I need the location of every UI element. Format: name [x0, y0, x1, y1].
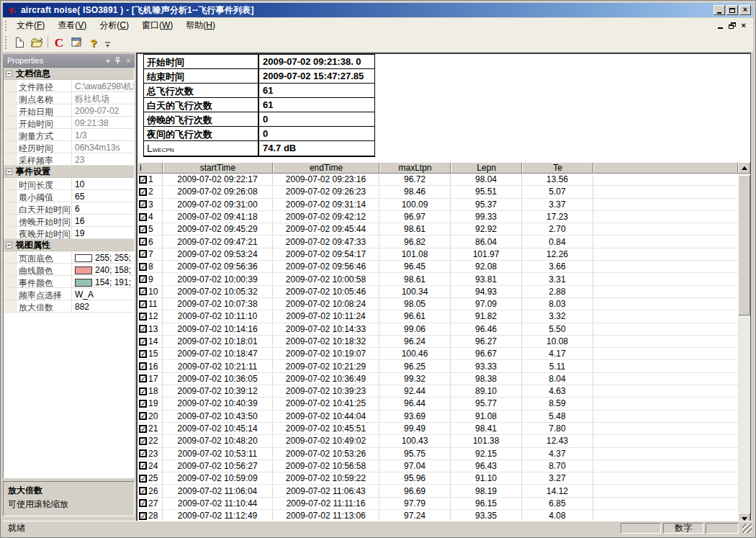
property-value[interactable]: 6	[72, 202, 134, 214]
property-value[interactable]: 65	[72, 190, 134, 202]
table-row[interactable]: ✓252009-07-02 10:59:092009-07-02 10:59:2…	[138, 472, 738, 485]
row-checkbox[interactable]: ✓	[139, 238, 147, 246]
row-checkbox[interactable]: ✓	[139, 475, 147, 483]
collapse-icon[interactable]: −	[6, 242, 12, 248]
scroll-up-button[interactable]	[738, 162, 750, 174]
property-value[interactable]: 154; 191; 185	[72, 276, 134, 287]
menu-item-f[interactable]: 文件(F)	[10, 18, 51, 33]
column-header-Lepn[interactable]: Lepn	[451, 162, 522, 174]
table-row[interactable]: ✓102009-07-02 10:05:322009-07-02 10:05:4…	[138, 286, 738, 298]
color-swatch[interactable]	[75, 279, 92, 287]
column-header-startTime[interactable]: startTime	[163, 162, 273, 174]
property-value[interactable]: 1/3	[72, 129, 134, 140]
table-row[interactable]: ✓42009-07-02 09:41:182009-07-02 09:42:12…	[138, 211, 738, 223]
new-document-icon[interactable]	[12, 35, 27, 50]
row-checkbox[interactable]: ✓	[139, 213, 147, 221]
table-row[interactable]: ✓152009-07-02 10:18:472009-07-02 10:19:0…	[138, 348, 738, 360]
row-checkbox[interactable]: ✓	[139, 387, 147, 395]
table-row[interactable]: ✓92009-07-02 10:00:392009-07-02 10:00:58…	[138, 273, 738, 285]
row-checkbox[interactable]: ✓	[139, 437, 147, 445]
table-row[interactable]: ✓162009-07-02 10:21:112009-07-02 10:21:2…	[138, 360, 738, 372]
menu-item-h[interactable]: 帮助(H)	[179, 18, 222, 33]
property-value[interactable]: 栎社机场	[72, 92, 134, 104]
maximize-button[interactable]	[726, 5, 738, 15]
column-header-endTime[interactable]: endTime	[273, 162, 379, 174]
row-checkbox[interactable]: ✓	[139, 275, 147, 283]
menu-item-w[interactable]: 窗口(W)	[135, 18, 179, 33]
table-row[interactable]: ✓182009-07-02 10:39:122009-07-02 10:39:2…	[138, 385, 738, 398]
vertical-scrollbar[interactable]	[738, 162, 750, 524]
table-row[interactable]: ✓232009-07-02 10:53:112009-07-02 10:53:2…	[138, 448, 738, 460]
property-value[interactable]: 16	[72, 215, 134, 226]
table-row[interactable]: ✓52009-07-02 09:45:292009-07-02 09:45:44…	[138, 223, 738, 236]
property-value[interactable]: 255; 255; 255	[72, 251, 134, 263]
scrollbar-thumb[interactable]	[738, 175, 750, 315]
row-checkbox[interactable]: ✓	[139, 225, 147, 233]
table-row[interactable]: ✓262009-07-02 11:06:042009-07-02 11:06:4…	[138, 485, 738, 497]
table-row[interactable]: ✓172009-07-02 10:36:052009-07-02 10:36:4…	[138, 373, 738, 385]
table-row[interactable]: ✓72009-07-02 09:53:242009-07-02 09:54:17…	[138, 248, 738, 261]
property-value[interactable]: 10	[72, 178, 134, 189]
menu-item-c[interactable]: 分析(C)	[93, 18, 135, 33]
column-header-maxLtpn[interactable]: maxLtpn	[379, 162, 451, 174]
property-value[interactable]: 06h34m13s	[72, 141, 134, 153]
row-checkbox[interactable]: ✓	[139, 287, 147, 295]
table-row[interactable]: ✓142009-07-02 10:18:012009-07-02 10:18:3…	[138, 336, 738, 348]
help-icon[interactable]: ?	[86, 35, 102, 50]
property-value[interactable]: 882	[72, 300, 134, 312]
menubar-grip[interactable]	[5, 21, 7, 31]
row-checkbox[interactable]: ✓	[139, 325, 147, 333]
pin-icon[interactable]	[114, 57, 121, 65]
row-checkbox[interactable]: ✓	[139, 313, 147, 320]
table-row[interactable]: ✓62009-07-02 09:47:212009-07-02 09:47:33…	[138, 236, 738, 248]
chevron-down-icon[interactable]: ▾	[106, 57, 109, 65]
mdi-restore-button[interactable]	[729, 22, 736, 29]
color-swatch[interactable]	[75, 254, 92, 262]
table-row[interactable]: ✓242009-07-02 10:56:272009-07-02 10:56:5…	[138, 460, 738, 472]
table-row[interactable]: ✓22009-07-02 09:26:082009-07-02 09:26:23…	[138, 186, 738, 198]
column-header-Te[interactable]: Te	[522, 162, 593, 174]
minimize-button[interactable]	[714, 5, 725, 15]
row-checkbox[interactable]: ✓	[139, 449, 147, 457]
table-row[interactable]: ✓212009-07-02 10:45:142009-07-02 10:45:5…	[138, 423, 738, 435]
row-checkbox[interactable]: ✓	[139, 499, 147, 507]
table-row[interactable]: ✓122009-07-02 10:11:102009-07-02 10:11:2…	[138, 310, 738, 323]
table-row[interactable]: ✓272009-07-02 11:10:442009-07-02 11:11:1…	[138, 498, 738, 510]
table-row[interactable]: ✓222009-07-02 10:48:202009-07-02 10:49:0…	[138, 435, 738, 447]
property-value[interactable]: 240; 158; 155	[72, 264, 134, 275]
collapse-icon[interactable]: −	[6, 169, 12, 175]
table-row[interactable]: ✓192009-07-02 10:40:392009-07-02 10:41:2…	[138, 398, 738, 410]
close-button[interactable]: ×	[739, 5, 751, 15]
table-row[interactable]: ✓202009-07-02 10:43:502009-07-02 10:44:0…	[138, 411, 738, 423]
resize-grip[interactable]	[742, 524, 752, 533]
property-value[interactable]: W_A	[72, 288, 134, 300]
row-checkbox[interactable]: ✓	[139, 263, 147, 271]
row-checkbox[interactable]: ✓	[139, 176, 147, 184]
row-checkbox[interactable]: ✓	[139, 350, 147, 358]
row-checkbox[interactable]: ✓	[139, 338, 147, 346]
properties-icon[interactable]	[68, 35, 84, 50]
table-row[interactable]: ✓112009-07-02 10:07:382009-07-02 10:08:2…	[138, 298, 738, 310]
row-checkbox[interactable]: ✓	[139, 512, 147, 520]
row-checkbox[interactable]: ✓	[139, 425, 147, 433]
table-row[interactable]: ✓32009-07-02 09:31:002009-07-02 09:31:14…	[138, 199, 738, 211]
row-checkbox[interactable]: ✓	[139, 462, 147, 470]
row-checkbox[interactable]: ✓	[139, 200, 147, 208]
property-value[interactable]: 2009-07-02	[72, 104, 134, 116]
property-value[interactable]: 09:21:38	[72, 117, 134, 128]
collapse-icon[interactable]: −	[6, 71, 12, 77]
row-checkbox[interactable]: ✓	[139, 375, 147, 382]
c-weighting-icon[interactable]: C	[51, 35, 67, 50]
table-row[interactable]: ✓12009-07-02 09:22:172009-07-02 09:23:16…	[138, 174, 738, 186]
row-checkbox[interactable]: ✓	[139, 362, 147, 370]
table-row[interactable]: ✓82009-07-02 09:56:362009-07-02 09:56:46…	[138, 261, 738, 273]
open-folder-icon[interactable]	[29, 35, 45, 50]
toolbar-grip[interactable]	[5, 36, 7, 49]
property-value[interactable]: 19	[72, 227, 134, 238]
close-panel-icon[interactable]: ×	[126, 57, 130, 65]
menu-item-v[interactable]: 查看(V)	[51, 18, 93, 33]
row-checkbox[interactable]: ✓	[139, 250, 147, 258]
row-checkbox[interactable]: ✓	[139, 400, 147, 408]
column-header-i[interactable]: i	[138, 162, 163, 174]
property-value[interactable]: 23	[72, 153, 134, 165]
